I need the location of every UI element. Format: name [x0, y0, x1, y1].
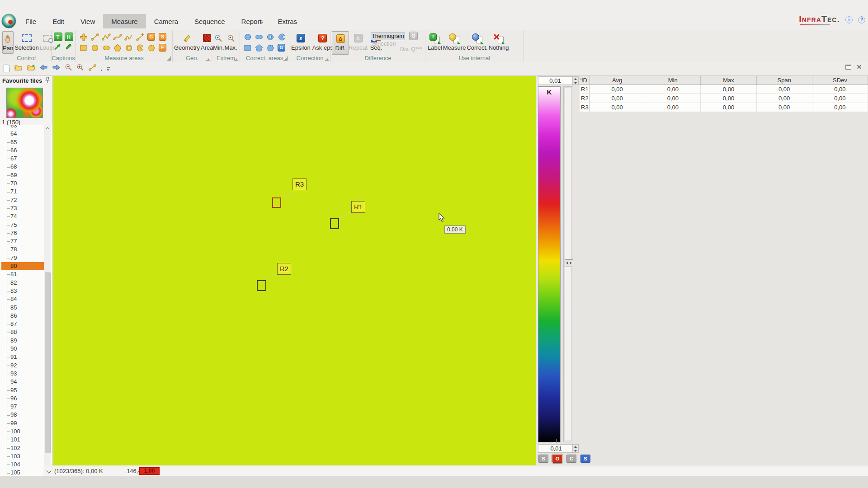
thermogram-view[interactable]: R3 R1 R2 0,00 K: [53, 76, 536, 465]
caption-pencil-icon[interactable]: [65, 42, 73, 52]
measure-polygon-icon[interactable]: [112, 42, 123, 53]
file-list-item[interactable]: 86: [1, 312, 44, 320]
app-logo-icon[interactable]: [1, 14, 16, 28]
scrollbar-up-icon[interactable]: [44, 125, 51, 132]
open-file-icon[interactable]: [14, 64, 23, 73]
file-list-item[interactable]: 72: [1, 196, 44, 204]
scale-splitter-handle[interactable]: [565, 259, 573, 267]
measure-ring-icon[interactable]: [123, 42, 134, 53]
region-label-r2[interactable]: R2: [277, 263, 291, 275]
info-icon[interactable]: i: [845, 16, 853, 23]
menu-item[interactable]: Measure: [103, 14, 146, 28]
file-list-item[interactable]: 71: [1, 188, 44, 196]
file-list-item[interactable]: 79: [1, 254, 44, 262]
measure-circle-icon[interactable]: [89, 42, 100, 53]
region-rect-r2[interactable]: [257, 280, 266, 291]
use-internal-button[interactable]: Nothing: [489, 31, 509, 54]
new-document-icon[interactable]: [4, 65, 10, 72]
measure-spot-icon[interactable]: S: [157, 32, 168, 42]
region-label-r1[interactable]: R1: [351, 201, 365, 213]
measure-freeform-icon[interactable]: [146, 42, 157, 53]
use-internal-button[interactable]: Measure: [443, 31, 466, 54]
forward-icon[interactable]: [52, 64, 61, 73]
file-list-item[interactable]: 66: [1, 146, 44, 155]
column-header[interactable]: Span: [757, 76, 812, 85]
correct-areas-launcher-icon[interactable]: [283, 56, 288, 61]
file-list-item[interactable]: 73: [1, 204, 44, 212]
use-internal-button[interactable]: Correct.: [467, 31, 487, 54]
caption-header-icon[interactable]: H: [65, 33, 73, 41]
file-list-scrollbar[interactable]: [44, 125, 51, 476]
region-rect-r1[interactable]: [330, 218, 339, 229]
correction-launcher-icon[interactable]: [325, 56, 329, 61]
pin-icon[interactable]: [45, 77, 50, 83]
file-list-item[interactable]: 101: [1, 436, 44, 444]
measure-line-icon[interactable]: [89, 32, 100, 42]
file-list-item[interactable]: 84: [1, 295, 44, 303]
file-list-item[interactable]: 99: [1, 419, 44, 427]
status-expand-icon[interactable]: [46, 468, 51, 473]
menu-item[interactable]: File: [17, 14, 44, 28]
scale-mode-button[interactable]: O: [552, 455, 562, 463]
measure-curve-icon[interactable]: [112, 32, 123, 42]
file-list-item[interactable]: 77: [1, 237, 44, 245]
line-tool-icon[interactable]: [88, 64, 97, 73]
menu-item[interactable]: Extras: [270, 14, 306, 28]
correct-circle-icon[interactable]: [242, 32, 253, 42]
difference-source-dropdown[interactable]: Thermogram: [371, 33, 405, 40]
file-list-item[interactable]: 65: [1, 138, 44, 146]
correct-rectangle-icon[interactable]: [242, 42, 253, 53]
area-button[interactable]: Area: [201, 31, 213, 54]
column-header[interactable]: ID: [580, 76, 590, 85]
diff-button[interactable]: Δ Diff.: [332, 31, 349, 55]
menu-item[interactable]: Camera: [146, 14, 186, 28]
measure-arc-icon[interactable]: [134, 42, 146, 53]
scale-min-up-icon[interactable]: [572, 445, 578, 449]
scale-max-down-icon[interactable]: [572, 81, 578, 85]
scale-min-down-icon[interactable]: [572, 449, 578, 453]
zoom-in-icon[interactable]: [76, 64, 84, 73]
menu-item[interactable]: Sequence: [186, 14, 233, 28]
scale-max-up-icon[interactable]: [572, 77, 578, 81]
file-list-item[interactable]: 83: [1, 287, 44, 295]
pan-button[interactable]: Pan: [2, 31, 14, 54]
file-list-item[interactable]: 93: [1, 370, 44, 378]
file-list-item[interactable]: 74: [1, 212, 44, 221]
file-list-item[interactable]: 68: [1, 163, 44, 171]
measure-point-icon[interactable]: [78, 32, 89, 42]
column-header[interactable]: Max: [701, 76, 756, 85]
file-list-item[interactable]: 100: [1, 427, 44, 436]
scale-mode-button[interactable]: S: [580, 455, 590, 463]
file-list-item[interactable]: 90: [1, 345, 44, 353]
measure-formula-icon[interactable]: F: [157, 42, 168, 53]
column-header[interactable]: SDev: [812, 76, 868, 85]
column-header[interactable]: Avg: [590, 76, 645, 85]
file-list-item[interactable]: 92: [1, 361, 44, 370]
file-list-item[interactable]: 91: [1, 353, 44, 361]
measure-freehand-icon[interactable]: [123, 32, 134, 42]
file-list-item[interactable]: 80: [1, 262, 44, 270]
correct-ring-icon[interactable]: [264, 32, 276, 42]
file-list-item[interactable]: 97: [1, 403, 44, 411]
scale-mode-button[interactable]: S: [538, 455, 548, 463]
measure-polyline-icon[interactable]: [100, 32, 112, 42]
help-icon[interactable]: ?: [858, 16, 865, 23]
correct-freeform-icon[interactable]: [264, 42, 276, 53]
toolbar-overflow-icon[interactable]: [260, 20, 265, 24]
file-list-item[interactable]: 104: [1, 460, 44, 469]
file-list-item[interactable]: 81: [1, 270, 44, 278]
back-icon[interactable]: [39, 64, 48, 73]
file-list-item[interactable]: 87: [1, 320, 44, 328]
selection-button[interactable]: Selection: [14, 31, 38, 54]
correct-arc-icon[interactable]: [276, 32, 287, 42]
table-row[interactable]: R2 0,00 0,00 0,00 0,00 0,00: [580, 94, 868, 103]
caption-text-icon[interactable]: T: [54, 33, 62, 41]
table-row[interactable]: R1 0,00 0,00 0,00 0,00 0,00: [580, 85, 868, 94]
file-list-item[interactable]: 82: [1, 279, 44, 287]
scale-max-spinbox[interactable]: 0,01: [538, 76, 579, 85]
scale-min-spinbox[interactable]: -0,01: [538, 444, 579, 453]
file-list-item[interactable]: 70: [1, 179, 44, 188]
file-list-item[interactable]: 75: [1, 221, 44, 229]
zoom-out-icon[interactable]: [65, 64, 72, 73]
region-label-r3[interactable]: R3: [292, 178, 307, 190]
